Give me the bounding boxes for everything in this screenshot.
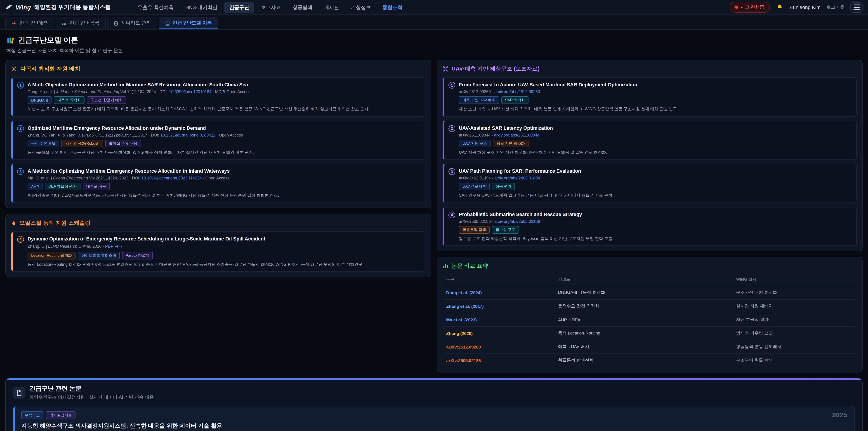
tag-badge: 다목적 최적화	[54, 96, 85, 104]
paper-detail: Vol.282:114224, 2023 · DOI:	[88, 176, 142, 180]
paper-description: 동적·불확실 수요 반영 긴급구난 자원 배치 다목적 최적화. WING 예측…	[28, 149, 254, 155]
wing-logo-icon	[5, 4, 13, 10]
paper-tags: 예측 기반 UAV 배치 SAR 최적화	[459, 96, 678, 104]
paper-number: 1	[448, 82, 455, 89]
nav-item-emergency-rescue[interactable]: 긴급구난	[224, 2, 254, 13]
paper-number: 2	[17, 125, 24, 132]
paper-number: 1	[17, 82, 24, 89]
tag-badge: DEA 효율성 평가	[45, 183, 80, 190]
app-title: 해양환경 위기대응 통합시스템	[34, 3, 111, 11]
paper-item: 3 A Method for Optimizing Maritime Emerg…	[11, 164, 426, 203]
keyword-cell: 동적수요·강건 최적화	[555, 300, 733, 313]
paper-meta: Dong, Y. et al. | J. Marine Science and …	[28, 90, 369, 94]
paper-body: UAV Path Planning for SAR: Performance E…	[459, 168, 614, 199]
table-row: Ma et al. (2023) AHP + DEA 자원 효율성 평가	[442, 313, 857, 327]
paper-name-link[interactable]: arXiv:2512.09260	[442, 340, 555, 354]
wing-usage-cell: 방제정 라우팅 모델	[733, 327, 857, 340]
paper-arxiv-link[interactable]: arxiv.org/abs/2511.00844	[494, 133, 539, 137]
paper-tags: AHP DEA 효율성 평가 내수로 적용	[28, 183, 279, 190]
paper-body: A Method for Optimizing Maritime Emergen…	[28, 168, 279, 199]
paper-body: Probabilistic Submarine Search and Rescu…	[459, 211, 614, 242]
nav-item-reports[interactable]: 보고자료	[256, 2, 286, 13]
nav-item-hns[interactable]: HNS·대기확산	[180, 2, 222, 13]
tag-badge: 성능 평가	[492, 183, 515, 190]
nav-item-weather[interactable]: 기상정보	[346, 2, 376, 13]
paper-name-link[interactable]: Dong et al. (2024)	[442, 286, 555, 300]
tab-scenario-management[interactable]: 시나리오 관리	[107, 17, 157, 29]
paper-body: Optimized Maritime Emergency Resource Al…	[28, 125, 254, 155]
paper-detail: arXiv:2402.01494 ·	[459, 176, 494, 180]
book-icon	[165, 21, 170, 26]
paper-arxiv-link[interactable]: arxiv.org/abs/2402.01494	[494, 176, 540, 180]
tag-badge: AHP	[28, 183, 42, 190]
tag-badge: 예측 기반 UAV 배치	[459, 96, 499, 104]
document-icon	[13, 387, 25, 398]
paper-number: 2	[448, 125, 455, 132]
right-column: UAV·예측 기반 해상구조 (보조자료) 1 From Forecast to…	[437, 60, 863, 372]
comparison-table: 논문 키워드 WING 활용 Dong et al. (2024) DNSGA-…	[442, 274, 857, 367]
paper-body: From Forecast to Action: UAV-Based Marit…	[459, 81, 678, 112]
paper-meta-suffix: · Open Access	[202, 176, 229, 180]
tag-badge: 강건 최적화(Robust)	[62, 140, 103, 147]
related-subtitle: 해양수색구조 의사결정지원 · 실시간 데이터·AI 기반 신속 대응	[29, 394, 154, 400]
paper-name-link[interactable]: arXiv:2505.02186	[442, 354, 555, 367]
wing-usage-cell: 구조구역 확률 탐색	[733, 354, 857, 367]
paper-tags: UAV 경로계획 성능 평가	[459, 183, 614, 190]
page-title: 긴급구난모델 이론	[6, 36, 862, 45]
logout-button[interactable]: 로그아웃	[827, 4, 844, 10]
related-paper: 수색구조 의사결정지원 지능형 해양수색구조 의사결정지원시스템: 신속한 대응…	[13, 406, 855, 431]
tag-badge: 수색구조	[21, 411, 43, 419]
paper-meta: Zhang, L. | LJMU Research Online, 2020 ·…	[28, 243, 364, 249]
paper-name-link[interactable]: Ma et al. (2023)	[442, 313, 555, 327]
nav-item-oil-spill[interactable]: 유출유 확산예측	[132, 2, 179, 13]
paper-venue: PLoS ONE	[84, 133, 104, 137]
table-header-row: 논문 키워드 WING 활용	[442, 274, 857, 286]
paper-arxiv-link[interactable]: arxiv.org/abs/2505.02186	[494, 219, 540, 223]
keyword-cell: 확률론적 탐색전략	[555, 354, 733, 367]
paper-tags: 동적 수요 모델 강건 최적화(Robust) 불확실 수요 대응	[28, 140, 254, 147]
section-title: 다목적 최적화 자원 배치	[20, 65, 80, 73]
paper-doi-link[interactable]: 10.1371/journal.pone.0189411	[160, 133, 215, 137]
paper-detail: 12(12):e0189411, 2017 · DOI:	[104, 133, 160, 137]
tab-rescue-model-theory[interactable]: 긴급구난모델 이론	[159, 17, 218, 29]
table-row: arXiv:2512.09260 예측→UAV 배치 항공탐색 연동 선제배치	[442, 340, 857, 354]
paper-number: 3	[17, 168, 24, 175]
nav-item-integrated-search[interactable]: 통합조회	[377, 2, 407, 13]
paper-body: A Multi-Objective Optimization Method fo…	[28, 81, 369, 112]
paper-doi-link[interactable]: 10.1016/j.oceaneng.2023.114224	[142, 176, 202, 180]
tag-badge: 불확실 수요 대응	[105, 140, 141, 147]
paper-item: 1 From Forecast to Action: UAV-Based Mar…	[442, 77, 857, 116]
paper-title: A Method for Optimizing Maritime Emergen…	[28, 168, 279, 174]
nav-item-board[interactable]: 게시판	[319, 2, 344, 13]
paper-name-link[interactable]: Zhang (2020)	[442, 327, 555, 340]
paper-meta: arXiv:2511.00844 · arxiv.org/abs/2511.00…	[459, 133, 607, 137]
tab-rescue-prediction[interactable]: 긴급구난예측	[5, 17, 54, 29]
tag-badge: Location-Routing 최적화	[28, 251, 75, 259]
paper-pdf-link[interactable]: PDF 공개	[105, 244, 123, 248]
droplet-icon	[11, 220, 16, 226]
related-header-text: 긴급구난 관련 논문 해양수색구조 의사결정지원 · 실시간 데이터·AI 기반…	[29, 385, 154, 400]
notification-bell-button[interactable]	[776, 3, 784, 11]
section-uav: UAV·예측 기반 해상구조 (보조자료) 1 From Forecast to…	[437, 60, 863, 251]
tab-label: 긴급구난 목록	[70, 20, 99, 26]
paper-authors: Zhang, L. |	[28, 244, 48, 248]
tag-badge: UAV 지원 구조	[459, 140, 491, 147]
gear-icon	[11, 66, 17, 72]
paper-tags: 수색구조 의사결정지원	[21, 411, 823, 419]
paper-meta: Ma, Q. et al. | Ocean Engineering Vol.28…	[28, 176, 279, 180]
tag-badge: 응답 지연 최소화	[493, 140, 528, 147]
tab-rescue-list[interactable]: 긴급구난 목록	[56, 17, 106, 29]
paper-doi-link[interactable]: 10.3390/jmse12010184	[169, 90, 211, 94]
paper-arxiv-link[interactable]: arxiv.org/abs/2512.09260	[494, 90, 540, 94]
table-row: Zhang (2020) 동적 Location-Routing 방제정 라우팅…	[442, 327, 857, 340]
paper-authors: Zhang, W., Yan, X. & Yang, J. |	[28, 133, 84, 137]
nav-item-aerial-search[interactable]: 항공탐색	[287, 2, 317, 13]
paper-name-link[interactable]: Zhang et al. (2017)	[442, 300, 555, 313]
hamburger-menu-button[interactable]	[850, 2, 863, 12]
incident-label: 사고 진행중	[740, 4, 764, 10]
tab-label: 긴급구난예측	[20, 20, 48, 26]
paper-title: A Multi-Objective Optimization Method fo…	[28, 81, 369, 88]
paper-title: From Forecast to Action: UAV-Based Marit…	[459, 81, 678, 88]
paper-item: 4 Probabilistic Submarine Search and Res…	[442, 207, 857, 246]
tag-badge: 잠수함 구조	[492, 226, 519, 234]
